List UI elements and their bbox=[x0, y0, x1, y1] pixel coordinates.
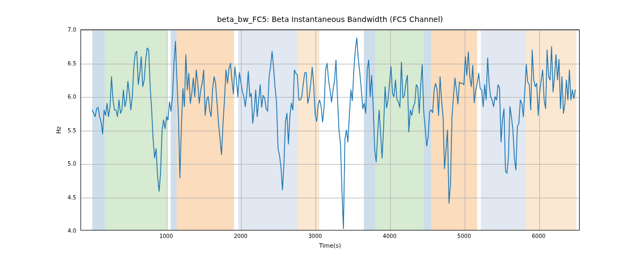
x-axis-label: Time(s) bbox=[80, 242, 580, 249]
y-tick-label: 6.5 bbox=[55, 60, 76, 66]
x-tick-label: 5000 bbox=[451, 233, 478, 239]
x-tick-label: 3000 bbox=[302, 233, 328, 239]
plot-area bbox=[80, 29, 580, 230]
line-series bbox=[81, 30, 579, 230]
y-tick-label: 5.5 bbox=[55, 127, 76, 133]
x-tick-label: 1000 bbox=[153, 233, 180, 239]
chart-figure: beta_bw_FC5: Beta Instantaneous Bandwidt… bbox=[0, 0, 644, 268]
y-tick-label: 5.0 bbox=[55, 161, 76, 167]
y-tick-label: 7.0 bbox=[55, 27, 76, 33]
x-tick-label: 4000 bbox=[376, 233, 403, 239]
series-beta-bw-fc5 bbox=[92, 38, 575, 229]
x-tick-label: 6000 bbox=[525, 233, 552, 239]
y-tick-label: 4.5 bbox=[55, 194, 76, 200]
y-tick-label: 4.0 bbox=[55, 228, 76, 234]
chart-title: beta_bw_FC5: Beta Instantaneous Bandwidt… bbox=[80, 15, 580, 24]
x-tick-label: 2000 bbox=[227, 233, 254, 239]
y-tick-label: 6.0 bbox=[55, 94, 76, 100]
